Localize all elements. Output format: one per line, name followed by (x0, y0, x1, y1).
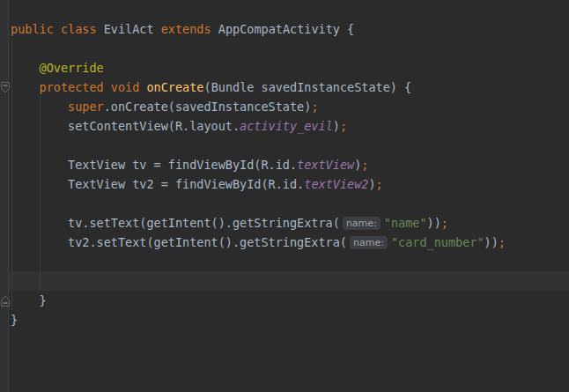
code-line[interactable]: public class EvilAct extends AppCompatAc… (11, 19, 354, 39)
code-token: TextView tv = findViewById(R.id. (11, 158, 297, 172)
code-token: ; (376, 177, 383, 191)
code-line[interactable]: setContentView(R.layout.activity_evil); (11, 116, 347, 136)
code-line[interactable]: @Override (11, 58, 104, 78)
code-token: protected (40, 80, 104, 94)
code-token: .onCreate(savedInstanceState) (104, 100, 312, 114)
code-token: ; (361, 158, 368, 172)
parameter-name-hint[interactable]: name: (350, 236, 388, 249)
code-token: "card_number" (391, 235, 484, 249)
code-line[interactable]: tv.setText(getIntent().getStringExtra(na… (11, 213, 448, 233)
code-token (11, 80, 40, 94)
code-token: extends (161, 22, 211, 36)
code-token: } (11, 313, 18, 327)
code-token (54, 22, 61, 36)
code-line[interactable]: super.onCreate(savedInstanceState); (11, 97, 319, 116)
code-token: activity_evil (240, 119, 333, 133)
code-area[interactable]: public class EvilAct extends AppCompatAc… (0, 0, 569, 392)
code-line[interactable]: TextView tv2 = findViewById(R.id.textVie… (11, 174, 383, 194)
code-token: onCreate (146, 80, 203, 94)
code-editor: public class EvilAct extends AppCompatAc… (0, 0, 569, 392)
code-token: "name" (384, 216, 427, 230)
code-token: EvilAct (97, 22, 161, 36)
code-token (11, 61, 40, 75)
code-token (11, 100, 68, 114)
code-token: )) (484, 235, 499, 249)
code-token: tv2.setText(getIntent().getStringExtra( (11, 235, 347, 249)
code-token: textView2 (304, 177, 368, 191)
code-token: (Bundle savedInstanceState) { (204, 80, 412, 94)
code-line[interactable]: } (11, 310, 18, 329)
code-token: textView (297, 158, 354, 172)
code-token: ; (441, 216, 448, 230)
code-token: ; (340, 119, 347, 133)
code-token: )) (427, 216, 441, 230)
code-token: TextView tv2 = findViewById(R.id. (11, 177, 304, 191)
code-line[interactable]: } (11, 291, 47, 310)
code-token: class (61, 22, 97, 36)
code-token: } (11, 293, 47, 307)
code-line[interactable]: TextView tv = findViewById(R.id.textView… (11, 155, 368, 174)
code-token: ; (499, 235, 506, 249)
code-token: @Override (40, 61, 104, 75)
code-line[interactable]: tv2.setText(getIntent().getStringExtra(n… (11, 233, 506, 252)
code-line[interactable]: protected void onCreate(Bundle savedInst… (11, 78, 411, 97)
code-token: void (111, 80, 140, 94)
code-token: tv.setText(getIntent().getStringExtra( (11, 216, 340, 230)
code-token: ; (311, 100, 318, 114)
code-token: ) (333, 119, 340, 133)
code-token: ) (368, 177, 375, 191)
code-token (104, 80, 111, 94)
parameter-name-hint[interactable]: name: (343, 217, 381, 230)
code-token: AppCompatActivity { (211, 22, 355, 36)
code-token: setContentView(R.layout. (11, 119, 240, 133)
code-token: public (11, 22, 54, 36)
code-token: super (68, 100, 104, 114)
